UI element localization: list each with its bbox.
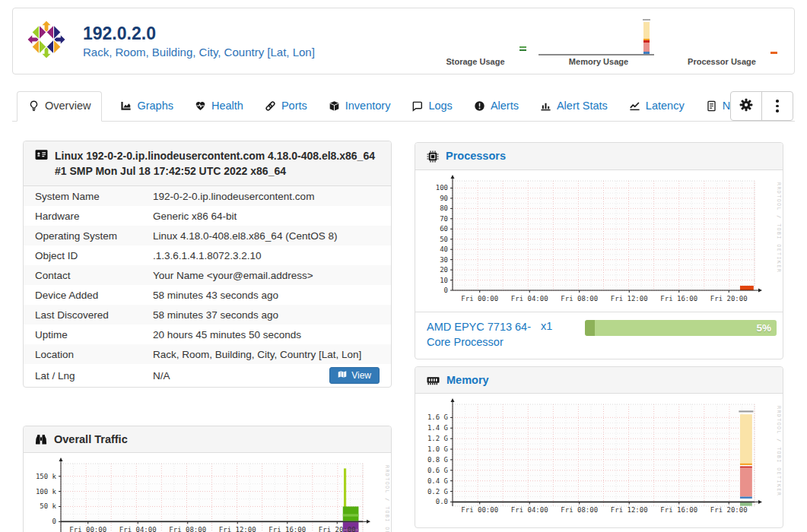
svg-text:RRDTOOL / TOBI OETIKER: RRDTOOL / TOBI OETIKER [384, 465, 390, 532]
memory-usage-label: Memory Usage [537, 57, 660, 66]
row-label: Lat / Lng [35, 370, 153, 382]
binoculars-icon [35, 433, 47, 445]
tab-logs[interactable]: Logs [411, 92, 452, 121]
tab-inventory-label: Inventory [345, 100, 391, 112]
notes-icon [706, 100, 717, 112]
storage-usage-mini-graph[interactable]: Storage Usage [414, 13, 537, 69]
svg-text:Fri 08:00: Fri 08:00 [561, 506, 598, 514]
row-label: Uptime [35, 329, 153, 340]
storage-spark-mark2 [519, 49, 526, 51]
svg-text:Fri 20:00: Fri 20:00 [710, 295, 748, 302]
tab-alert-stats[interactable]: Alert Stats [540, 92, 608, 121]
tab-alerts-label: Alerts [491, 100, 519, 112]
svg-text:1.2 G: 1.2 G [427, 435, 448, 442]
row-label: System Name [35, 191, 153, 202]
memory-usage-mini-graph[interactable]: Memory Usage [537, 13, 660, 69]
tab-alerts[interactable]: Alerts [474, 92, 519, 121]
row-label: Device Added [35, 290, 153, 301]
svg-text:0.4 G: 0.4 G [427, 477, 448, 485]
row-value: N/A [153, 370, 329, 382]
ellipsis-vertical-icon [776, 100, 779, 112]
tab-overview-label: Overview [45, 100, 91, 112]
tab-ports[interactable]: Ports [265, 92, 307, 121]
table-row: ContactYour Name <your@email.address> [24, 265, 391, 285]
overall-traffic-graph[interactable]: 050 k100 k150 kFri 00:00Fri 04:00Fri 08:… [24, 456, 390, 532]
svg-text:Fri 12:00: Fri 12:00 [611, 506, 648, 514]
table-row: Last Discovered58 minutes 37 seconds ago [24, 305, 391, 325]
more-options-button[interactable] [761, 92, 793, 120]
cpu-usage-fill [585, 320, 595, 336]
row-value: 58 minutes 43 seconds ago [153, 290, 380, 301]
overall-traffic-panel: Overall Traffic 050 k100 k150 kFri 00:00… [23, 426, 392, 532]
tab-ports-label: Ports [281, 100, 307, 112]
device-tab-bar: Overview Graphs Health Ports Inventory L… [12, 89, 795, 122]
svg-text:Fri 16:00: Fri 16:00 [268, 526, 306, 532]
row-value: 192-0-2-0.ip.linodeusercontent.com [153, 191, 380, 202]
processor-spark-mark [770, 52, 777, 54]
device-hostname: 192.0.2.0 [83, 24, 315, 43]
svg-text:0.6 G: 0.6 G [427, 467, 448, 474]
svg-text:40: 40 [440, 245, 448, 253]
memory-graph[interactable]: 0.00.2 G0.4 G0.6 G0.8 G1.0 G1.2 G1.4 G1.… [416, 397, 782, 526]
svg-text:70: 70 [440, 215, 448, 223]
tab-inventory[interactable]: Inventory [329, 92, 391, 121]
cpu-usage-bar: 5% [585, 320, 777, 336]
svg-text:100 k: 100 k [36, 488, 57, 496]
svg-text:RRDTOOL / TOBI OETIKER: RRDTOOL / TOBI OETIKER [776, 182, 782, 273]
system-info-table: System Name192-0-2-0.ip.linodeuserconten… [24, 186, 391, 387]
processor-usage-mini-graph[interactable]: Processor Usage [660, 13, 783, 69]
memory-spark-blue [643, 52, 650, 54]
processors-graph[interactable]: 0102030405060708090100Fri 00:00Fri 04:00… [416, 173, 782, 310]
row-label: Operating System [35, 230, 153, 242]
microchip-icon [427, 150, 439, 163]
view-button-label: View [351, 370, 371, 381]
row-label: Object ID [35, 250, 153, 261]
header-mini-graphs: Storage Usage Memory Usage Processor Usa… [414, 13, 783, 69]
svg-text:Fri 20:00: Fri 20:00 [319, 526, 356, 532]
memory-spark-cap [643, 19, 650, 21]
row-value: Rack, Room, Building, City, Country [Lat… [153, 349, 380, 360]
svg-text:0: 0 [52, 518, 56, 525]
tab-latency[interactable]: Latency [629, 92, 685, 121]
row-label: Location [35, 349, 153, 360]
tab-graphs-label: Graphs [137, 100, 173, 112]
table-row: Lat / Lng N/A View [24, 364, 391, 387]
view-map-button[interactable]: View [329, 367, 380, 384]
svg-text:Fri 12:00: Fri 12:00 [611, 295, 648, 302]
svg-text:50: 50 [440, 236, 448, 243]
svg-text:Fri 12:00: Fri 12:00 [219, 526, 256, 532]
svg-text:1.0 G: 1.0 G [427, 445, 448, 453]
svg-text:Fri 04:00: Fri 04:00 [119, 526, 157, 532]
svg-text:10: 10 [440, 277, 448, 284]
svg-text:50 k: 50 k [40, 502, 56, 510]
memory-ram-icon [427, 374, 440, 386]
tab-latency-label: Latency [646, 100, 685, 112]
table-row: Object ID.1.3.6.1.4.1.8072.3.2.10 [24, 245, 391, 265]
tab-graphs[interactable]: Graphs [120, 92, 173, 121]
row-value: Linux 4.18.0-408.el8.x86_64 (CentOS 8) [153, 230, 380, 242]
svg-text:1.6 G: 1.6 G [427, 413, 448, 421]
svg-text:0: 0 [444, 287, 448, 294]
svg-text:Fri 04:00: Fri 04:00 [511, 295, 548, 302]
overall-traffic-title: Overall Traffic [54, 433, 128, 445]
tab-health[interactable]: Health [195, 92, 243, 121]
centos-logo-icon [27, 17, 66, 65]
tab-overview[interactable]: Overview [17, 91, 102, 122]
memory-spark-used [643, 43, 650, 52]
cpu-name-link[interactable]: AMD EPYC 7713 64-Core Processor [427, 319, 541, 350]
processors-title: Processors [446, 150, 506, 162]
table-row: LocationRack, Room, Building, City, Coun… [24, 344, 391, 364]
device-header-card: 192.0.2.0 Rack, Room, Building, City, Co… [12, 8, 795, 74]
row-label: Last Discovered [35, 309, 153, 321]
settings-gear-button[interactable] [731, 92, 761, 120]
row-value: Your Name <your@email.address> [153, 270, 380, 281]
device-location-link[interactable]: Rack, Room, Building, City, Country [Lat… [83, 46, 315, 59]
system-heading: Linux 192-0-2-0.ip.linodeusercontent.com… [55, 148, 380, 179]
svg-text:Fri 00:00: Fri 00:00 [461, 506, 498, 514]
row-value: .1.3.6.1.4.1.8072.3.2.10 [153, 250, 380, 261]
link-icon [265, 100, 276, 112]
address-card-icon [35, 148, 48, 160]
system-info-header: Linux 192-0-2-0.ip.linodeusercontent.com… [24, 141, 391, 186]
memory-title: Memory [446, 374, 489, 386]
table-row: Device Added58 minutes 43 seconds ago [24, 285, 391, 305]
